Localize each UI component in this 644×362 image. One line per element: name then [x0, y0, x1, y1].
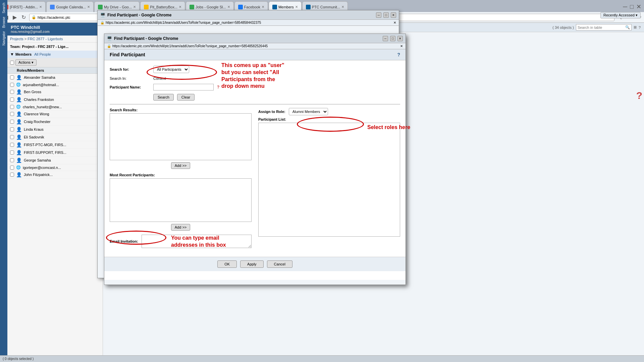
participant-list-listbox[interactable] [258, 123, 400, 237]
member-checkbox[interactable] [10, 120, 14, 124]
participant-help-icon[interactable]: ? [217, 85, 219, 89]
list-item[interactable]: 👤 FIRST-PTC-MGR, FIRS... [7, 141, 103, 149]
list-item[interactable]: 👤 Clarence Wong [7, 110, 103, 118]
member-name: FIRST-PTC-MGR, FIRS... [24, 143, 66, 147]
nav-browse[interactable]: Browse [2, 17, 6, 28]
forward-btn[interactable]: ▶ [11, 13, 18, 21]
search-for-label: Search for: [110, 67, 150, 71]
fp-footer: OK Apply Cancel [104, 257, 406, 271]
actions-dropdown[interactable]: Actions ▾ [15, 59, 37, 66]
assign-role-label: Assign to Role: [258, 110, 285, 114]
list-item[interactable]: 👤 George Samaha [7, 157, 103, 164]
list-item[interactable]: 👤 John Fitzpatrick... [7, 171, 103, 179]
members-label[interactable]: Members [15, 52, 32, 56]
breadcrumb-frc[interactable]: FRC 2877 - Ligerbots [28, 37, 63, 41]
most-recent-listbox[interactable] [110, 178, 252, 222]
member-checkbox[interactable] [10, 90, 14, 94]
dialog-front-maximize[interactable]: □ [390, 36, 395, 41]
breadcrumb-projects[interactable]: Projects [10, 37, 23, 41]
dialog-back-close[interactable]: ✕ [391, 12, 396, 18]
assign-role-select[interactable]: Alumni Members [289, 108, 328, 115]
person-icon: 👤 [16, 158, 22, 163]
tab-close-jobs[interactable]: ✕ [227, 5, 230, 9]
search-button[interactable]: Search [153, 94, 174, 101]
list-item[interactable]: 🌐 charles_hurwitz@new... [7, 104, 103, 110]
clear-button[interactable]: Clear [177, 94, 195, 101]
apply-button[interactable]: Apply [240, 260, 264, 268]
tab-close-gmail[interactable]: ✕ [39, 5, 42, 9]
member-checkbox[interactable] [10, 166, 14, 170]
list-item[interactable]: 🌐 arjunalbert@hotmail... [7, 81, 103, 88]
member-checkbox[interactable] [10, 105, 14, 109]
minimize-btn[interactable]: ─ [623, 3, 627, 10]
dialog-front-close[interactable]: ✕ [397, 36, 403, 41]
tab-close-facebook[interactable]: ✕ [262, 5, 264, 9]
member-name: Craig Rochester [24, 120, 50, 124]
tab-close-gcal[interactable]: ✕ [87, 5, 90, 9]
member-checkbox[interactable] [10, 127, 14, 131]
all-people-label[interactable]: All People [34, 52, 51, 56]
dialog-front-minimize[interactable]: ─ [383, 36, 388, 41]
url-text: https://academic.ptc [38, 15, 70, 19]
list-item[interactable]: 👤 Charles Frankston [7, 96, 103, 104]
tab-gcal[interactable]: Google Calenda... ✕ [46, 1, 94, 12]
search-table-box[interactable]: 🔍 [576, 24, 632, 31]
dialog-back-maximize[interactable]: □ [383, 12, 389, 18]
email-invitation-input[interactable] [142, 235, 252, 248]
members-row[interactable]: ▼ Members All People [7, 51, 103, 58]
dialog-front[interactable]: 🖥️ Find Participant - Google Chrome ─ □ … [104, 34, 406, 285]
search-table-input[interactable] [578, 25, 625, 29]
gcal-icon [50, 5, 55, 9]
recently-accessed-btn[interactable]: Recently Accessed ▾ [600, 12, 641, 18]
dialog-front-close-x[interactable]: ✕ [400, 44, 403, 48]
add-button-2[interactable]: Add >> [171, 224, 190, 231]
ok-button[interactable]: OK [217, 260, 237, 268]
member-checkbox[interactable] [10, 112, 14, 116]
list-item[interactable]: 👤 FIRST-SUPPORT, FIRS... [7, 149, 103, 157]
nav-navigator[interactable]: Navigator [2, 31, 6, 46]
list-item[interactable]: 👤 Craig Rochester [7, 118, 103, 126]
search-results-listbox[interactable] [110, 113, 252, 160]
tab-close-battery[interactable]: ✕ [179, 5, 181, 9]
person-icon: 👤 [16, 134, 22, 140]
tab-close-ptc[interactable]: ✕ [341, 5, 344, 9]
add-button-1[interactable]: Add >> [171, 162, 190, 169]
tab-close-drive[interactable]: ✕ [133, 5, 136, 9]
member-checkbox[interactable] [10, 150, 14, 155]
grid-view-btn[interactable]: ⊞ [634, 25, 637, 29]
close-btn[interactable]: ✕ [636, 3, 641, 10]
app-header: PTC Windchill noa.rensing@gmail.com [7, 23, 103, 36]
maximize-btn[interactable]: □ [630, 3, 634, 10]
member-name: Linda Kraus [24, 127, 44, 131]
email-invitation-row: Email Invitation: [110, 235, 252, 248]
tab-close-members[interactable]: ✕ [295, 5, 298, 9]
nav-search[interactable]: Search [2, 3, 6, 13]
help-btn-right[interactable]: ? [639, 25, 641, 29]
list-item[interactable]: 👤 Alexander Samaha [7, 74, 103, 81]
member-checkbox[interactable] [10, 143, 14, 147]
question-icon[interactable]: ? [636, 90, 642, 101]
team-header: Team: Project - FRC 2877 - Lige... [7, 43, 103, 51]
dialog-back-close-x[interactable]: ✕ [393, 21, 396, 24]
participant-name-input[interactable] [153, 84, 214, 90]
member-checkbox[interactable] [10, 173, 14, 177]
refresh-btn[interactable]: ↻ [20, 13, 27, 21]
dialog-back-minimize[interactable]: ─ [376, 12, 381, 18]
fp-help-btn[interactable]: ? [397, 52, 400, 57]
search-for-select[interactable]: All Participants [153, 66, 189, 73]
member-checkbox[interactable] [10, 75, 14, 79]
email-invitation-label: Email Invitation: [110, 239, 138, 243]
list-item[interactable]: 👤 Ben Gross [7, 88, 103, 96]
member-checkbox[interactable] [10, 98, 14, 102]
members-expand-icon: ▼ [10, 52, 14, 57]
cancel-button[interactable]: Cancel [267, 260, 292, 268]
list-item[interactable]: 👤 Eli Sadovnik [7, 133, 103, 141]
member-checkbox[interactable] [10, 135, 14, 139]
member-checkbox[interactable] [10, 83, 14, 87]
list-item[interactable]: 👤 Linda Kraus [7, 126, 103, 133]
list-item[interactable]: 🌐 igorteper@comcast.n... [7, 164, 103, 171]
search-table-icon[interactable]: 🔍 [625, 25, 630, 29]
select-all-checkbox[interactable] [10, 61, 14, 65]
divider [110, 104, 400, 105]
member-checkbox[interactable] [10, 158, 14, 162]
